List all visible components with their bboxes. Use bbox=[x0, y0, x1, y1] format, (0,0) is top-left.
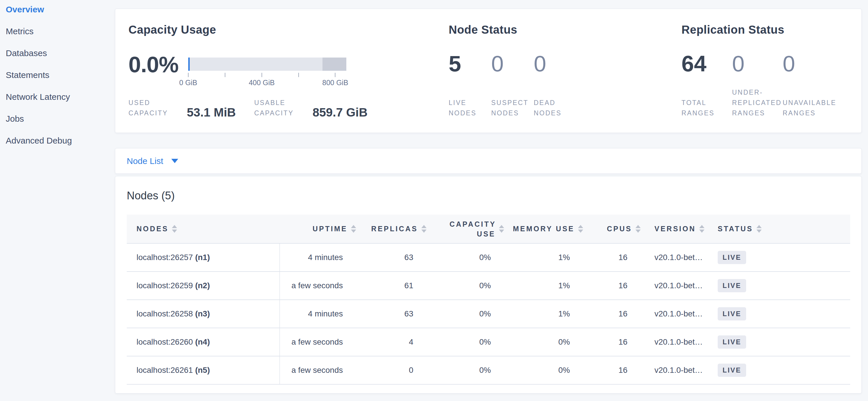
status-cell: LIVE bbox=[707, 328, 850, 356]
capacity-usage-title: Capacity Usage bbox=[128, 23, 449, 36]
cpus-cell: 16 bbox=[587, 271, 644, 300]
status-cell: LIVE bbox=[707, 300, 850, 328]
node-status-stats: 5 LIVE NODES 0 SUSPECT NODES 0 DEAD NODE… bbox=[449, 52, 681, 118]
capacity-gauge-block: 0.0% 0 GiB 400 GiB bbox=[128, 54, 449, 87]
version-cell: v20.1.0-bet… bbox=[644, 356, 707, 384]
capacity-gauge-used-marker bbox=[188, 58, 190, 71]
capacity-usage-section: Capacity Usage 0.0% bbox=[128, 23, 449, 118]
capacity-use-cell: 0% bbox=[430, 244, 507, 271]
axis-label-400gib: 400 GiB bbox=[249, 79, 275, 87]
nodes-table-title: Nodes (5) bbox=[127, 190, 850, 202]
status-cell: LIVE bbox=[707, 244, 850, 271]
view-selector-dropdown[interactable]: Node List bbox=[127, 156, 178, 166]
sidebar-item-network-latency[interactable]: Network Latency bbox=[6, 92, 109, 102]
column-header-nodes[interactable]: NODES bbox=[127, 214, 280, 244]
sidebar-item-jobs[interactable]: Jobs bbox=[6, 114, 109, 124]
axis-label-800gib: 800 GiB bbox=[322, 79, 348, 87]
cpus-cell: 16 bbox=[587, 300, 644, 328]
unavailable-ranges-stat: 0 UNAVAILABLE RANGES bbox=[783, 52, 833, 118]
uptime-cell: 4 minutes bbox=[280, 300, 360, 328]
node-address-cell[interactable]: localhost:26257 (n1) bbox=[127, 244, 280, 271]
status-cell: LIVE bbox=[707, 356, 850, 384]
under-replicated-ranges-label: UNDER-REPLICATED RANGES bbox=[732, 87, 782, 118]
sort-icon bbox=[636, 225, 641, 233]
memory-use-cell: 0% bbox=[507, 328, 587, 356]
status-badge: LIVE bbox=[718, 364, 746, 377]
capacity-gauge-ticks bbox=[188, 73, 346, 77]
replication-status-title: Replication Status bbox=[681, 23, 848, 36]
column-header-version[interactable]: VERSION bbox=[644, 214, 707, 244]
view-selector-card: Node List bbox=[115, 148, 862, 174]
total-ranges-value: 64 bbox=[681, 52, 732, 75]
usable-capacity-label: USABLE CAPACITY bbox=[254, 97, 304, 118]
column-header-replicas[interactable]: REPLICAS bbox=[360, 214, 430, 244]
memory-use-cell: 1% bbox=[507, 244, 587, 271]
node-address-cell[interactable]: localhost:26261 (n5) bbox=[127, 356, 280, 384]
nodes-card: Nodes (5) NODES UPTIME REPLICAS CAPACITY… bbox=[115, 176, 862, 394]
dead-nodes-stat: 0 DEAD NODES bbox=[534, 52, 576, 118]
replicas-cell: 61 bbox=[360, 271, 430, 300]
status-cell: LIVE bbox=[707, 271, 850, 300]
column-header-memory-use[interactable]: MEMORY USE bbox=[507, 214, 587, 244]
replicas-cell: 63 bbox=[360, 300, 430, 328]
total-ranges-stat: 64 TOTAL RANGES bbox=[681, 52, 732, 118]
uptime-cell: 4 minutes bbox=[280, 244, 360, 271]
uptime-cell: a few seconds bbox=[280, 328, 360, 356]
status-badge: LIVE bbox=[718, 307, 746, 320]
capacity-use-cell: 0% bbox=[430, 271, 507, 300]
used-capacity-value: 53.1 MiB bbox=[187, 107, 236, 118]
status-badge: LIVE bbox=[718, 279, 746, 292]
column-header-uptime[interactable]: UPTIME bbox=[280, 214, 360, 244]
node-address-cell[interactable]: localhost:26259 (n2) bbox=[127, 271, 280, 300]
replicas-cell: 63 bbox=[360, 244, 430, 271]
sidebar-item-statements[interactable]: Statements bbox=[6, 70, 109, 80]
table-row: localhost:26261 (n5) a few seconds 0 0% … bbox=[127, 356, 850, 384]
live-nodes-stat: 5 LIVE NODES bbox=[449, 52, 491, 118]
node-status-title: Node Status bbox=[449, 23, 681, 36]
sort-icon bbox=[499, 225, 504, 233]
live-nodes-value: 5 bbox=[449, 52, 491, 75]
version-cell: v20.1.0-bet… bbox=[644, 328, 707, 356]
main-content: Capacity Usage 0.0% bbox=[115, 9, 862, 394]
used-capacity-stat: USED CAPACITY 53.1 MiB bbox=[128, 97, 236, 118]
column-header-status[interactable]: STATUS bbox=[707, 214, 850, 244]
memory-use-cell: 1% bbox=[507, 271, 587, 300]
table-header-row: NODES UPTIME REPLICAS CAPACITY USE MEMOR… bbox=[127, 214, 850, 244]
capacity-use-cell: 0% bbox=[430, 300, 507, 328]
live-nodes-label: LIVE NODES bbox=[449, 97, 491, 118]
node-address-cell[interactable]: localhost:26260 (n4) bbox=[127, 328, 280, 356]
sidebar-item-metrics[interactable]: Metrics bbox=[6, 26, 109, 36]
replication-status-section: Replication Status 64 TOTAL RANGES 0 UND… bbox=[681, 23, 848, 118]
capacity-use-cell: 0% bbox=[430, 356, 507, 384]
version-cell: v20.1.0-bet… bbox=[644, 244, 707, 271]
nodes-table: NODES UPTIME REPLICAS CAPACITY USE MEMOR… bbox=[127, 214, 850, 384]
uptime-cell: a few seconds bbox=[280, 271, 360, 300]
version-cell: v20.1.0-bet… bbox=[644, 271, 707, 300]
cpus-cell: 16 bbox=[587, 328, 644, 356]
node-address-cell[interactable]: localhost:26258 (n3) bbox=[127, 300, 280, 328]
used-capacity-label: USED CAPACITY bbox=[128, 97, 179, 118]
sort-icon bbox=[351, 225, 356, 233]
cpus-cell: 16 bbox=[587, 244, 644, 271]
dead-nodes-value: 0 bbox=[534, 52, 576, 75]
replication-status-stats: 64 TOTAL RANGES 0 UNDER-REPLICATED RANGE… bbox=[681, 52, 848, 118]
usable-capacity-stat: USABLE CAPACITY 859.7 GiB bbox=[254, 97, 367, 118]
table-row: localhost:26260 (n4) a few seconds 4 0% … bbox=[127, 328, 850, 356]
sort-icon bbox=[756, 225, 762, 233]
total-ranges-label: TOTAL RANGES bbox=[681, 97, 732, 118]
table-row: localhost:26259 (n2) a few seconds 61 0%… bbox=[127, 271, 850, 300]
sidebar-item-overview[interactable]: Overview bbox=[6, 5, 109, 15]
sidebar-item-databases[interactable]: Databases bbox=[6, 48, 109, 58]
capacity-gauge-track bbox=[188, 58, 346, 71]
column-header-cpus[interactable]: CPUS bbox=[587, 214, 644, 244]
table-row: localhost:26257 (n1) 4 minutes 63 0% 1% … bbox=[127, 244, 850, 271]
sidebar-item-advanced-debug[interactable]: Advanced Debug bbox=[6, 136, 109, 146]
capacity-gauge-axis-labels: 0 GiB 400 GiB 800 GiB bbox=[188, 79, 346, 87]
status-badge: LIVE bbox=[718, 251, 746, 264]
suspect-nodes-stat: 0 SUSPECT NODES bbox=[491, 52, 534, 118]
under-replicated-ranges-value: 0 bbox=[732, 52, 783, 75]
capacity-percent-value: 0.0% bbox=[128, 54, 179, 87]
sidebar: Overview Metrics Databases Statements Ne… bbox=[0, 0, 115, 401]
column-header-capacity-use[interactable]: CAPACITY USE bbox=[430, 214, 507, 244]
axis-label-0gib: 0 GiB bbox=[179, 79, 197, 87]
